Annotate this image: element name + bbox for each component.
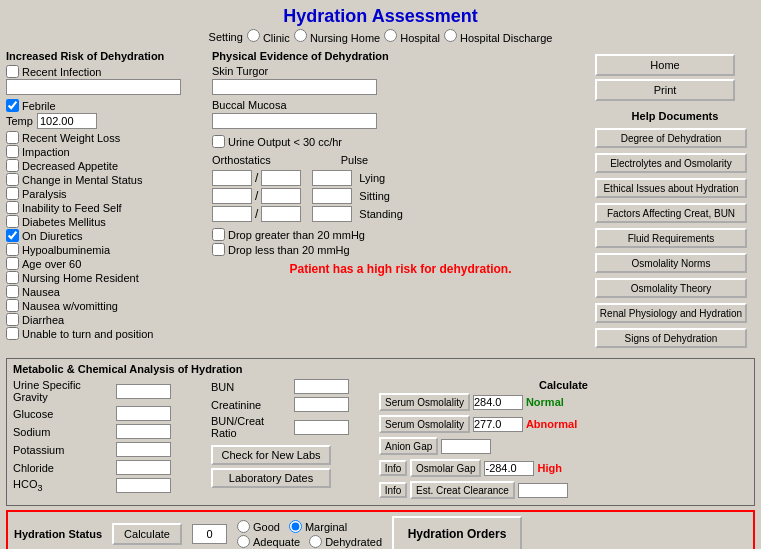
- pulse-standing-input[interactable]: [312, 206, 352, 222]
- clinic-radio-group[interactable]: Clinic: [247, 29, 290, 44]
- est-creat-clearance-btn[interactable]: Est. Creat Clearance: [410, 481, 515, 499]
- diarrhea-checkbox[interactable]: [6, 313, 19, 326]
- nausea-vomitting-checkbox[interactable]: [6, 299, 19, 312]
- change-mental-status-checkbox[interactable]: [6, 173, 19, 186]
- marginal-radio[interactable]: [289, 520, 302, 533]
- adequate-radio[interactable]: [237, 535, 250, 548]
- hydration-value-input[interactable]: [192, 524, 227, 544]
- electrolytes-osmolarity-btn[interactable]: Electrolytes and Osmolarity: [595, 153, 747, 173]
- diabetes-mellitus-checkbox[interactable]: [6, 215, 19, 228]
- sodium-label: Sodium: [13, 426, 113, 438]
- glucose-input[interactable]: [116, 406, 171, 421]
- drop-less-checkbox[interactable]: [212, 243, 225, 256]
- recent-infection-checkbox[interactable]: [6, 65, 19, 78]
- recent-infection-input[interactable]: [6, 79, 181, 95]
- clinic-label: Clinic: [263, 32, 290, 44]
- febrile-label: Febrile: [22, 100, 56, 112]
- sitting-label: Sitting: [359, 190, 390, 202]
- hydration-orders-button[interactable]: Hydration Orders: [392, 516, 522, 549]
- signs-dehydration-btn[interactable]: Signs of Dehydration: [595, 328, 747, 348]
- osmolar-gap-btn[interactable]: Osmolar Gap: [410, 459, 481, 477]
- ortho-dia-sitting-input[interactable]: [261, 188, 301, 204]
- hospital-discharge-radio-group[interactable]: Hospital Discharge: [444, 29, 552, 44]
- decreased-appetite-checkbox[interactable]: [6, 159, 19, 172]
- lying-label: Lying: [359, 172, 385, 184]
- urine-output-label: Urine Output < 30 cc/hr: [228, 136, 342, 148]
- laboratory-dates-button[interactable]: Laboratory Dates: [211, 468, 331, 488]
- hydration-calculate-button[interactable]: Calculate: [112, 523, 182, 545]
- nausea-label: Nausea: [22, 286, 60, 298]
- ortho-dia-lying-input[interactable]: [261, 170, 301, 186]
- ortho-sys-sitting-input[interactable]: [212, 188, 252, 204]
- drop-greater-checkbox[interactable]: [212, 228, 225, 241]
- osmolality-theory-btn[interactable]: Osmolality Theory: [595, 278, 747, 298]
- osmolar-gap-input[interactable]: [484, 461, 534, 476]
- hospital-radio[interactable]: [384, 29, 397, 42]
- pulse-lying-input[interactable]: [312, 170, 352, 186]
- on-diuretics-checkbox[interactable]: [6, 229, 19, 242]
- serum-osmolality-2-input[interactable]: [473, 417, 523, 432]
- home-button[interactable]: Home: [595, 54, 735, 76]
- hospital-discharge-radio[interactable]: [444, 29, 457, 42]
- check-new-labs-button[interactable]: Check for New Labs: [211, 445, 331, 465]
- serum-osmolality-2-btn[interactable]: Serum Osmolality: [379, 415, 470, 433]
- on-diuretics-label: On Diuretics: [22, 230, 83, 242]
- good-radio[interactable]: [237, 520, 250, 533]
- bun-creat-ratio-label: BUN/Creat Ratio: [211, 415, 291, 439]
- dehydrated-radio[interactable]: [309, 535, 322, 548]
- hco3-input[interactable]: [116, 478, 171, 493]
- urine-specific-gravity-input[interactable]: [116, 384, 171, 399]
- nursing-home-resident-checkbox[interactable]: [6, 271, 19, 284]
- serum-osmolality-1-input[interactable]: [473, 395, 523, 410]
- paralysis-checkbox[interactable]: [6, 187, 19, 200]
- clinic-radio[interactable]: [247, 29, 260, 42]
- urine-output-checkbox[interactable]: [212, 135, 225, 148]
- pulse-sitting-input[interactable]: [312, 188, 352, 204]
- hypoalbuminemia-checkbox[interactable]: [6, 243, 19, 256]
- ortho-sys-lying-input[interactable]: [212, 170, 252, 186]
- anion-gap-input[interactable]: [441, 439, 491, 454]
- buccal-mucosa-label: Buccal Mucosa: [212, 99, 589, 111]
- impaction-label: Impaction: [22, 146, 70, 158]
- potassium-label: Potassium: [13, 444, 113, 456]
- nausea-checkbox[interactable]: [6, 285, 19, 298]
- est-creat-clearance-input[interactable]: [518, 483, 568, 498]
- age-over-60-checkbox[interactable]: [6, 257, 19, 270]
- temp-input[interactable]: [37, 113, 97, 129]
- febrile-checkbox[interactable]: [6, 99, 19, 112]
- info-btn-2[interactable]: Info: [379, 482, 407, 498]
- anion-gap-btn[interactable]: Anion Gap: [379, 437, 438, 455]
- ethical-issues-btn[interactable]: Ethical Issues about Hydration: [595, 178, 747, 198]
- impaction-checkbox[interactable]: [6, 145, 19, 158]
- degree-dehydration-btn[interactable]: Degree of Dehydration: [595, 128, 747, 148]
- serum-osmolality-1-btn[interactable]: Serum Osmolality: [379, 393, 470, 411]
- fluid-requirements-btn[interactable]: Fluid Requirements: [595, 228, 747, 248]
- print-button[interactable]: Print: [595, 79, 735, 101]
- inability-feed-self-checkbox[interactable]: [6, 201, 19, 214]
- good-label: Good: [253, 521, 280, 533]
- buccal-mucosa-input[interactable]: [212, 113, 377, 129]
- chloride-label: Chloride: [13, 462, 113, 474]
- recent-weight-loss-checkbox[interactable]: [6, 131, 19, 144]
- potassium-input[interactable]: [116, 442, 171, 457]
- creatinine-input[interactable]: [294, 397, 349, 412]
- bun-input[interactable]: [294, 379, 349, 394]
- chloride-input[interactable]: [116, 460, 171, 475]
- nursing-home-radio-group[interactable]: Nursing Home: [294, 29, 380, 44]
- change-mental-status-label: Change in Mental Status: [22, 174, 142, 186]
- ortho-sys-standing-input[interactable]: [212, 206, 252, 222]
- hospital-radio-group[interactable]: Hospital: [384, 29, 440, 44]
- unable-turn-position-checkbox[interactable]: [6, 327, 19, 340]
- skin-turgor-input[interactable]: [212, 79, 377, 95]
- hco3-label: HCO3: [13, 478, 113, 493]
- info-btn-1[interactable]: Info: [379, 460, 407, 476]
- renal-physiology-btn[interactable]: Renal Physiology and Hydration: [595, 303, 747, 323]
- drop-less-label: Drop less than 20 mmHg: [228, 244, 350, 256]
- sodium-input[interactable]: [116, 424, 171, 439]
- bun-creat-ratio-input[interactable]: [294, 420, 349, 435]
- osmolality-norms-btn[interactable]: Osmolality Norms: [595, 253, 747, 273]
- factors-affecting-btn[interactable]: Factors Affecting Creat, BUN: [595, 203, 747, 223]
- skin-turgor-label: Skin Turgor: [212, 65, 589, 77]
- nursing-home-radio[interactable]: [294, 29, 307, 42]
- ortho-dia-standing-input[interactable]: [261, 206, 301, 222]
